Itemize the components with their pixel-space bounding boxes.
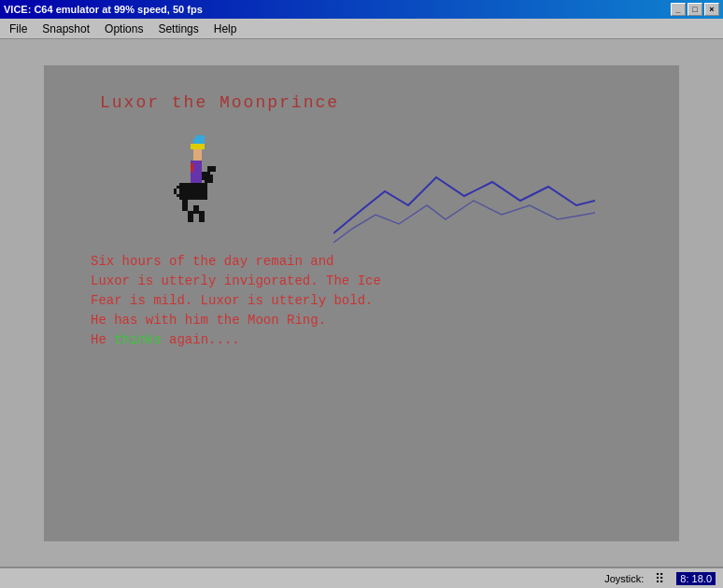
menu-help[interactable]: Help — [208, 21, 243, 37]
menu-snapshot[interactable]: Snapshot — [36, 21, 95, 37]
menu-bar: File Snapshot Options Settings Help — [0, 19, 723, 39]
text-thinks-word: thinks — [114, 332, 161, 347]
speed-display: 8: 18.0 — [676, 572, 716, 585]
text-line3: Fear is mild. Luxor is utterly bold. — [91, 291, 632, 311]
text-line2: Luxor is utterly invigorated. The Ice — [91, 272, 632, 291]
text-line5-pre: He — [91, 332, 114, 347]
maximize-button[interactable]: □ — [688, 3, 702, 16]
c64-screen: Luxor the Moonprince Six hours of the da… — [44, 65, 679, 541]
text-line4: He has with him the Moon Ring. — [91, 311, 632, 330]
menu-file[interactable]: File — [4, 21, 33, 37]
sprite-container — [165, 121, 259, 243]
joystick-label: Joystick: — [604, 573, 644, 584]
text-line1: Six hours of the day remain and — [91, 252, 632, 272]
mountain-svg — [333, 159, 595, 252]
minimize-button[interactable]: _ — [671, 3, 686, 16]
title-bar: VICE: C64 emulator at 99% speed, 50 fps … — [0, 0, 723, 19]
close-button[interactable]: × — [704, 3, 719, 16]
game-title: Luxor the Moonprince — [100, 93, 339, 112]
joystick-dots-icon: ⠿ — [655, 571, 665, 586]
window-title: VICE: C64 emulator at 99% speed, 50 fps — [4, 4, 203, 15]
text-line5: He thinks again.... — [91, 330, 632, 350]
status-bar: Joystick: ⠿ 8: 18.0 — [0, 567, 723, 588]
text-line5-post: again.... — [162, 332, 240, 347]
title-bar-buttons: _ □ × — [671, 3, 719, 16]
menu-settings[interactable]: Settings — [152, 21, 204, 37]
menu-options[interactable]: Options — [99, 21, 149, 37]
game-text: Six hours of the day remain and Luxor is… — [91, 252, 632, 350]
horse-sprite — [165, 121, 240, 233]
emulator-area: Luxor the Moonprince Six hours of the da… — [0, 39, 723, 567]
